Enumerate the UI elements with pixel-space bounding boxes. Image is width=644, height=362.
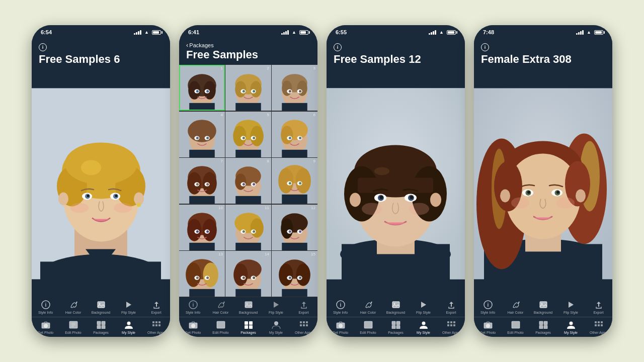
svg-rect-49 (189, 103, 215, 111)
background-btn-3[interactable]: Background (382, 297, 410, 317)
svg-point-80 (196, 137, 199, 139)
get-photo-btn-1[interactable]: Get Photo (32, 317, 59, 337)
grid-cell-2[interactable]: 2 (225, 65, 271, 111)
grid-cell-4[interactable]: 4 (179, 112, 225, 157)
grid-cell-14[interactable]: 14 (225, 251, 271, 297)
style-info-btn-3[interactable]: i Style Info (327, 297, 354, 317)
svg-rect-41 (152, 324, 154, 326)
packages-btn-2[interactable]: Packages (234, 317, 262, 337)
packages-btn-1[interactable]: Packages (87, 317, 115, 337)
edit-photo-btn-4[interactable]: Edit Photo (502, 317, 529, 337)
my-style-icon-1 (124, 320, 134, 330)
my-style-btn-1[interactable]: My Style (115, 317, 142, 337)
edit-photo-btn-2[interactable]: Edit Photo (207, 317, 234, 337)
style-info-btn-1[interactable]: i Style Info (32, 297, 59, 317)
svg-point-266 (500, 190, 510, 203)
svg-point-17 (58, 193, 68, 206)
get-photo-btn-3[interactable]: Get Photo (327, 317, 354, 337)
grid-cell-9[interactable]: 9 (272, 158, 317, 204)
background-btn-4[interactable]: Background (529, 297, 557, 317)
svg-rect-286 (601, 324, 603, 326)
svg-rect-236 (396, 321, 400, 325)
phone-1-content (32, 70, 170, 297)
flip-style-btn-2[interactable]: Flip Style (262, 297, 290, 317)
export-icon-4 (594, 300, 604, 310)
svg-point-86 (251, 126, 264, 146)
export-label-3: Export (446, 311, 456, 314)
info-icon-3[interactable]: i (334, 43, 342, 51)
grid-cell-8[interactable]: 8 (225, 158, 271, 204)
svg-point-68 (297, 81, 307, 96)
edit-photo-btn-3[interactable]: Edit Photo (354, 317, 382, 337)
phone-4-title: Female Extra 308 (481, 53, 605, 65)
svg-point-99 (289, 137, 291, 139)
svg-text:i: i (45, 302, 46, 308)
svg-rect-235 (392, 321, 395, 325)
hair-color-btn-1[interactable]: Hair Color (59, 297, 87, 317)
hair-color-btn-3[interactable]: Hair Color (354, 297, 382, 317)
packages-btn-3[interactable]: Packages (382, 317, 410, 337)
style-info-btn-4[interactable]: i Style Info (474, 297, 502, 317)
other-apps-btn-1[interactable]: Other Apps (142, 317, 170, 337)
background-btn-2[interactable]: Background (234, 297, 262, 317)
battery-1 (152, 30, 161, 35)
svg-point-267 (576, 190, 586, 203)
time-2: 6:41 (188, 29, 199, 35)
export-btn-2[interactable]: Export (290, 297, 317, 317)
svg-point-67 (282, 81, 292, 96)
edit-photo-icon-1 (68, 320, 78, 330)
export-btn-1[interactable]: Export (142, 297, 170, 317)
hair-color-btn-4[interactable]: Hair Color (502, 297, 529, 317)
edit-photo-btn-1[interactable]: Edit Photo (59, 317, 87, 337)
my-style-btn-2[interactable]: My Style (262, 317, 290, 337)
grid-cell-12[interactable]: 12 (272, 205, 317, 250)
grid-cell-11[interactable]: 11 (225, 205, 271, 250)
time-4: 7:48 (483, 29, 494, 35)
get-photo-btn-2[interactable]: Get Photo (179, 317, 207, 337)
phone-4-header: i Female Extra 308 (474, 39, 612, 70)
camera-icon-4 (483, 320, 493, 330)
signal-2 (281, 30, 289, 35)
svg-point-175 (243, 277, 245, 279)
svg-rect-237 (392, 325, 395, 329)
my-style-btn-3[interactable]: My Style (410, 317, 437, 337)
flip-style-btn-3[interactable]: Flip Style (410, 297, 437, 317)
info-icon-1[interactable]: i (39, 43, 47, 51)
background-btn-1[interactable]: Background (87, 297, 115, 317)
hair-color-btn-2[interactable]: Hair Color (207, 297, 234, 317)
time-1: 6:54 (41, 29, 52, 35)
other-apps-btn-4[interactable]: Other Apps (585, 317, 612, 337)
style-info-btn-2[interactable]: i Style Info (179, 297, 207, 317)
svg-rect-204 (303, 324, 305, 326)
flip-style-btn-1[interactable]: Flip Style (115, 297, 142, 317)
phone-4: 7:48 ▲ i Female Extra 308 (474, 25, 612, 337)
svg-point-63 (253, 90, 255, 93)
grid-cell-7[interactable]: 7 (179, 158, 225, 204)
export-btn-3[interactable]: Export (437, 297, 465, 317)
svg-rect-279 (544, 325, 547, 329)
grid-cell-1[interactable]: 1 (179, 65, 225, 111)
other-apps-btn-2[interactable]: Other Apps (290, 317, 317, 337)
svg-rect-197 (245, 325, 248, 329)
info-icon-4[interactable]: i (481, 43, 489, 51)
grid-cell-10[interactable]: 10 (179, 205, 225, 250)
grid-cell-15[interactable]: 15 (272, 251, 317, 297)
my-style-btn-4[interactable]: My Style (557, 317, 585, 337)
grid-cell-5[interactable]: 5 (225, 112, 271, 157)
svg-point-280 (569, 322, 573, 325)
grid-cell-6[interactable]: 6 (272, 112, 317, 157)
wifi-icon-4: ▲ (587, 30, 591, 35)
grid-cell-3[interactable]: 3 (272, 65, 317, 111)
export-btn-4[interactable]: Export (585, 297, 612, 317)
svg-point-274 (486, 324, 490, 328)
other-apps-btn-3[interactable]: Other Apps (437, 317, 465, 337)
background-label-2: Background (239, 311, 258, 314)
svg-rect-202 (306, 321, 308, 323)
back-button-2[interactable]: ‹ Packages (186, 41, 310, 49)
grid-cell-13[interactable]: 13 (179, 251, 225, 297)
flip-style-btn-4[interactable]: Flip Style (557, 297, 585, 317)
phone-3-content (327, 70, 465, 297)
get-photo-btn-4[interactable]: Get Photo (474, 317, 502, 337)
packages-btn-4[interactable]: Packages (529, 317, 557, 337)
svg-rect-203 (300, 324, 302, 326)
